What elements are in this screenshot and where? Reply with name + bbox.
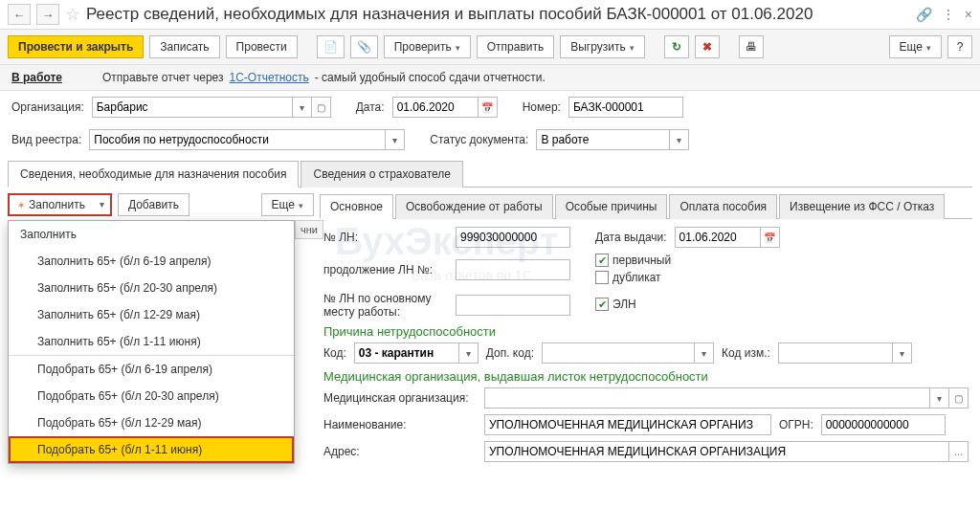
address-edit-icon[interactable]: … <box>949 441 969 462</box>
document-icon-button[interactable]: 📄 <box>317 35 345 58</box>
table-col-truncated: чни <box>295 220 323 239</box>
nav-forward-button[interactable]: → <box>36 4 59 25</box>
send-button[interactable]: Отправить <box>477 35 555 58</box>
medorg-input[interactable] <box>484 387 930 409</box>
number-input[interactable] <box>568 97 683 118</box>
medorg-open-icon[interactable]: ▢ <box>949 387 969 409</box>
link-icon[interactable]: 🔗 <box>916 7 932 22</box>
window-title: Реестр сведений, необходимых для назначе… <box>86 5 910 24</box>
verify-button[interactable]: Проверить▾ <box>384 35 471 58</box>
nav-back-button[interactable]: ← <box>8 4 31 25</box>
menu-fill[interactable]: Заполнить <box>9 221 294 248</box>
issue-calendar-icon[interactable]: 📅 <box>761 227 780 248</box>
menu-fill-65-apr6[interactable]: Заполнить 65+ (б/л 6-19 апреля) <box>9 248 294 275</box>
favorite-icon[interactable]: ☆ <box>65 4 80 25</box>
type-input[interactable] <box>89 129 386 150</box>
post-button[interactable]: Провести <box>226 35 298 58</box>
menu-select-65-jun1[interactable]: Подобрать 65+ (б/л 1-11 июня) <box>9 436 294 463</box>
ln-main-label: № ЛН по основному месту работы: <box>323 292 448 319</box>
menu-select-65-may12[interactable]: Подобрать 65+ (б/л 12-29 мая) <box>9 409 294 436</box>
name-label: Наименование: <box>323 418 477 431</box>
tab-benefit-info[interactable]: Сведения, необходимые для назначения пос… <box>8 161 299 188</box>
refresh-button[interactable]: ↻ <box>664 35 689 58</box>
name-input[interactable] <box>484 414 771 435</box>
toolbar-more-button[interactable]: Еще▾ <box>889 35 942 58</box>
print-button[interactable]: 🖶 <box>739 35 764 58</box>
menu-fill-65-may12[interactable]: Заполнить 65+ (б/л 12-29 мая) <box>9 301 294 328</box>
status-input[interactable] <box>536 129 670 150</box>
save-button[interactable]: Записать <box>149 35 219 58</box>
address-input[interactable] <box>484 441 949 462</box>
org-open-icon[interactable]: ▢ <box>312 97 331 118</box>
ln-cont-label: продолжение ЛН №: <box>323 263 448 276</box>
post-and-close-button[interactable]: Провести и закрыть <box>8 35 144 58</box>
hint-prefix: Отправьте отчет через <box>102 71 224 84</box>
code-dropdown-icon[interactable]: ▾ <box>459 342 479 364</box>
org-input[interactable] <box>92 97 293 118</box>
issue-date-input[interactable] <box>675 227 761 248</box>
inner-tab-special[interactable]: Особые причины <box>555 194 668 219</box>
medorg-title: Медицинская организация, выдавшая листок… <box>323 369 969 384</box>
chk-primary-label: первичный <box>612 254 671 267</box>
type-dropdown-icon[interactable]: ▾ <box>386 129 405 150</box>
ln-main-input[interactable] <box>456 295 570 316</box>
ln-cont-input[interactable] <box>456 259 570 280</box>
date-label: Дата: <box>356 100 385 114</box>
cancel-button[interactable]: ✖ <box>695 35 720 58</box>
code-input[interactable] <box>354 342 459 364</box>
fill-dropdown-menu: Заполнить Заполнить 65+ (б/л 6-19 апреля… <box>8 220 295 464</box>
ln-input[interactable] <box>456 227 570 248</box>
menu-fill-65-apr20[interactable]: Заполнить 65+ (б/л 20-30 апреля) <box>9 275 294 301</box>
org-dropdown-icon[interactable]: ▾ <box>293 97 312 118</box>
document-status: В работе <box>11 71 62 84</box>
status-dropdown-icon[interactable]: ▾ <box>670 129 689 150</box>
addcode-input[interactable] <box>542 342 695 364</box>
issue-date-label: Дата выдачи: <box>595 231 667 244</box>
attach-icon-button[interactable]: 📎 <box>350 35 378 58</box>
inner-tab-payment[interactable]: Оплата пособия <box>669 194 777 219</box>
ogrn-label: ОГРН: <box>779 418 813 431</box>
status-label: Статус документа: <box>430 133 528 146</box>
tab-insurer-info[interactable]: Сведения о страхователе <box>301 161 463 188</box>
chk-primary[interactable]: ✔ <box>595 254 609 267</box>
medorg-label: Медицинская организация: <box>323 391 477 405</box>
code-change-input[interactable] <box>778 342 893 364</box>
menu-fill-65-jun1[interactable]: Заполнить 65+ (б/л 1-11 июня) <box>9 328 294 355</box>
code-change-label: Код изм.: <box>722 346 770 360</box>
reporting-link[interactable]: 1С-Отчетность <box>230 71 309 84</box>
add-button[interactable]: Добавить <box>118 193 189 216</box>
code-change-dropdown-icon[interactable]: ▾ <box>893 342 912 364</box>
inner-tab-release[interactable]: Освобождение от работы <box>395 194 553 219</box>
inner-tab-fss[interactable]: Извещение из ФСС / Отказ <box>779 194 945 219</box>
chk-duplicate-label: дубликат <box>612 271 661 284</box>
help-button[interactable]: ? <box>947 35 972 58</box>
menu-select-65-apr20[interactable]: Подобрать 65+ (б/л 20-30 апреля) <box>9 383 294 409</box>
reason-title: Причина нетрудоспособности <box>323 324 969 339</box>
hint-suffix: - самый удобный способ сдачи отчетности. <box>315 71 546 84</box>
inner-tab-main[interactable]: Основное <box>320 194 393 219</box>
chk-eln-label: ЭЛН <box>612 298 636 311</box>
type-label: Вид реестра: <box>11 133 81 146</box>
number-label: Номер: <box>523 100 561 114</box>
code-label: Код: <box>323 346 346 360</box>
calendar-icon[interactable]: 📅 <box>479 97 498 118</box>
medorg-dropdown-icon[interactable]: ▾ <box>930 387 949 409</box>
fill-dropdown-button[interactable]: Заполнить <box>8 193 112 216</box>
addcode-dropdown-icon[interactable]: ▾ <box>695 342 714 364</box>
addcode-label: Доп. код: <box>486 346 534 360</box>
chk-eln[interactable]: ✔ <box>595 298 609 311</box>
org-label: Организация: <box>11 100 84 114</box>
ogrn-input[interactable] <box>821 414 946 435</box>
left-more-button[interactable]: Еще▾ <box>261 193 314 216</box>
close-icon[interactable]: × <box>965 7 972 22</box>
ln-label: № ЛН: <box>323 231 448 244</box>
menu-select-65-apr6[interactable]: Подобрать 65+ (б/л 6-19 апреля) <box>9 356 294 383</box>
chk-duplicate[interactable] <box>595 271 609 284</box>
date-input[interactable] <box>392 97 479 118</box>
export-button[interactable]: Выгрузить▾ <box>560 35 645 58</box>
address-label: Адрес: <box>323 445 477 458</box>
more-icon[interactable]: ⋮ <box>942 7 955 22</box>
